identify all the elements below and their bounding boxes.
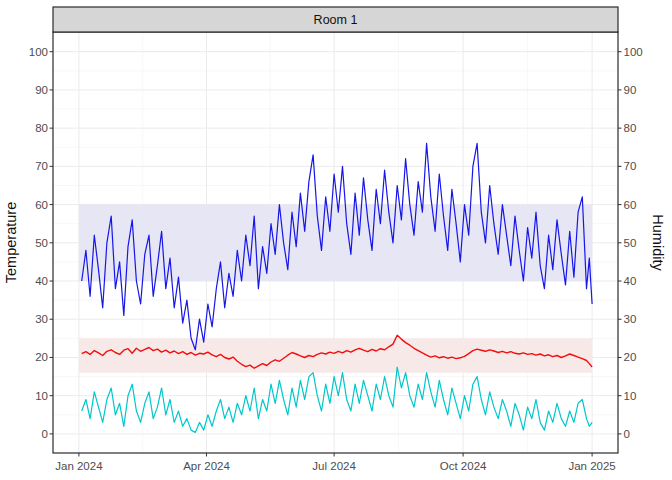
y-right-tick-label: 20	[624, 351, 637, 363]
x-tick-label: Apr 2024	[183, 460, 230, 472]
y-left-tick-label: 50	[35, 237, 48, 249]
y-left-tick-label: 30	[35, 313, 48, 325]
y-right-tick-label: 70	[624, 160, 637, 172]
x-tick-label: Jul 2024	[312, 460, 356, 472]
y-right-tick-label: 40	[624, 275, 637, 287]
y-right-tick-label: 10	[624, 390, 637, 402]
figure: 0102030405060708090100010203040506070809…	[0, 0, 672, 480]
y-left-tick-label: 40	[35, 275, 48, 287]
y-left-tick-label: 60	[35, 199, 48, 211]
temperature-target-band	[79, 338, 592, 372]
y-left-tick-label: 10	[35, 390, 48, 402]
y-left-tick-label: 20	[35, 351, 48, 363]
y-right-tick-label: 90	[624, 84, 637, 96]
room1-timeseries-chart: 0102030405060708090100010203040506070809…	[0, 0, 672, 480]
y-right-tick-label: 80	[624, 122, 637, 134]
y-right-tick-label: 0	[624, 428, 630, 440]
y-left-tick-label: 90	[35, 84, 48, 96]
y-right-tick-label: 50	[624, 237, 637, 249]
y-left-tick-label: 70	[35, 160, 48, 172]
y-axis-title-right: Humidity	[650, 214, 666, 271]
y-right-tick-label: 30	[624, 313, 637, 325]
y-right-tick-label: 100	[624, 46, 643, 58]
y-left-tick-label: 0	[42, 428, 48, 440]
y-right-tick-label: 60	[624, 199, 637, 211]
y-axis-title-left: Temperature	[3, 202, 19, 283]
y-left-tick-label: 100	[29, 46, 48, 58]
facet-strip-title: Room 1	[314, 13, 358, 27]
x-tick-label: Jan 2024	[55, 460, 103, 472]
x-tick-label: Oct 2024	[440, 460, 487, 472]
y-left-tick-label: 80	[35, 122, 48, 134]
x-tick-label: Jan 2025	[568, 460, 615, 472]
